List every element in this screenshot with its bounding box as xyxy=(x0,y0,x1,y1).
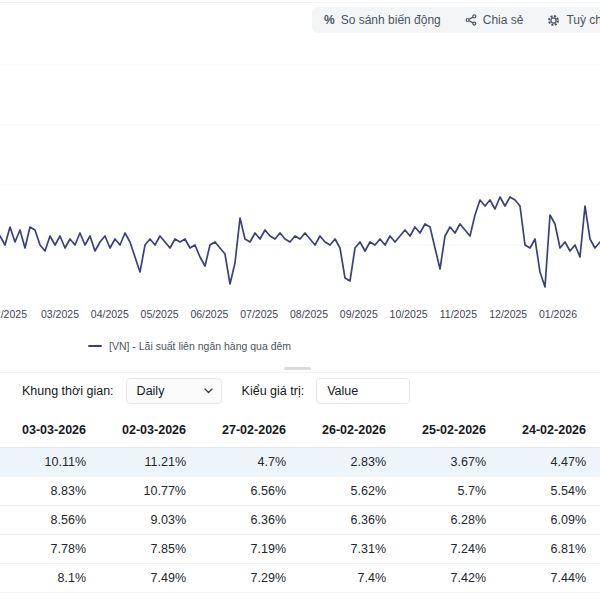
rate-value-cell: 7.31% xyxy=(300,542,400,556)
rate-value-cell: 7.78% xyxy=(0,542,100,556)
chevron-down-icon xyxy=(204,388,213,394)
value-type-label: Kiểu giá trị: xyxy=(242,384,305,398)
rate-value-cell: 9.03% xyxy=(100,513,200,527)
table-row[interactable]: 8.1%7.49%7.29%7.4%7.42%7.44% xyxy=(0,564,600,593)
rate-value-cell: 11.21% xyxy=(100,455,200,469)
interbank-rate-widget: % So sánh biến động Chia sẻ Tuỳ chỉnh xyxy=(0,0,600,600)
table-row[interactable]: 8.56%9.03%6.36%6.36%6.28%6.09% xyxy=(0,506,600,535)
rate-value-cell: 6.56% xyxy=(200,484,300,498)
table-column-header[interactable]: 27-02-2026 xyxy=(200,410,300,447)
resize-handle[interactable] xyxy=(284,367,311,370)
rate-value-cell: 8.83% xyxy=(0,484,100,498)
table-column-header[interactable]: 26-02-2026 xyxy=(300,410,400,447)
timeframe-select[interactable]: Daily xyxy=(126,378,222,404)
table-column-header[interactable]: 24-02-2026 xyxy=(500,410,600,447)
rate-value-cell: 2.83% xyxy=(300,455,400,469)
x-axis-label: 02/2025 xyxy=(0,308,27,320)
rate-value-cell: 10.11% xyxy=(0,455,100,469)
x-axis-label: 08/2025 xyxy=(290,308,328,320)
table-row[interactable]: 10.11%11.21%4.7%2.83%3.67%4.47% xyxy=(0,448,600,477)
rate-value-cell: 7.29% xyxy=(200,571,300,585)
rate-value-cell: 5.54% xyxy=(500,484,600,498)
gridlines xyxy=(0,65,600,245)
rate-value-cell: 7.85% xyxy=(100,542,200,556)
x-axis-label: 11/2025 xyxy=(440,308,477,320)
rate-line-chart[interactable] xyxy=(0,0,600,310)
rate-value-cell: 7.44% xyxy=(500,571,600,585)
x-axis-label: 12/2025 xyxy=(489,308,527,320)
rate-value-cell: 6.28% xyxy=(400,513,500,527)
table-column-header[interactable]: 02-03-2026 xyxy=(100,410,200,447)
x-axis-label: 10/2025 xyxy=(390,308,428,320)
rate-value-cell: 4.47% xyxy=(500,455,600,469)
x-axis-label: 09/2025 xyxy=(340,308,378,320)
rate-value-cell: 4.7% xyxy=(200,455,300,469)
x-axis-label: 04/2025 xyxy=(91,308,129,320)
value-type-input[interactable]: Value xyxy=(316,378,410,404)
rate-value-cell: 7.24% xyxy=(400,542,500,556)
legend-line-icon xyxy=(88,345,102,347)
rate-value-cell: 5.7% xyxy=(400,484,500,498)
x-axis: 02/202503/202504/202505/202506/202507/20… xyxy=(0,308,600,324)
rate-value-cell: 7.42% xyxy=(400,571,500,585)
rate-value-cell: 6.36% xyxy=(200,513,300,527)
rate-value-cell: 8.56% xyxy=(0,513,100,527)
rate-value-cell: 8.1% xyxy=(0,571,100,585)
rate-line-series xyxy=(0,197,600,287)
x-axis-label: 06/2025 xyxy=(190,308,228,320)
timeframe-value: Daily xyxy=(137,384,165,398)
rate-value-cell: 7.19% xyxy=(200,542,300,556)
rates-table: 03-03-202602-03-202627-02-202626-02-2026… xyxy=(0,410,600,593)
rate-value-cell: 6.81% xyxy=(500,542,600,556)
table-header-row: 03-03-202602-03-202627-02-202626-02-2026… xyxy=(0,410,600,448)
timeframe-label: Khung thời gian: xyxy=(22,384,114,398)
x-axis-label: 03/2025 xyxy=(41,308,79,320)
rate-value-cell: 7.49% xyxy=(100,571,200,585)
x-axis-label: 05/2025 xyxy=(141,308,179,320)
legend-label: [VN] - Lãi suất liên ngân hàng qua đêm xyxy=(109,340,291,352)
filter-bar: Khung thời gian: Daily Kiểu giá trị: Val… xyxy=(0,372,600,409)
table-column-header[interactable]: 25-02-2026 xyxy=(400,410,500,447)
chart-legend[interactable]: [VN] - Lãi suất liên ngân hàng qua đêm xyxy=(88,340,291,352)
table-row[interactable]: 8.83%10.77%6.56%5.62%5.7%5.54% xyxy=(0,477,600,506)
table-body: 10.11%11.21%4.7%2.83%3.67%4.47%8.83%10.7… xyxy=(0,448,600,593)
x-axis-label: 01/2026 xyxy=(539,308,577,320)
rate-value-cell: 10.77% xyxy=(100,484,200,498)
rate-value-cell: 3.67% xyxy=(400,455,500,469)
value-type-value: Value xyxy=(327,384,358,398)
table-row[interactable]: 7.78%7.85%7.19%7.31%7.24%6.81% xyxy=(0,535,600,564)
rate-value-cell: 6.36% xyxy=(300,513,400,527)
x-axis-label: 07/2025 xyxy=(240,308,278,320)
rate-value-cell: 6.09% xyxy=(500,513,600,527)
rate-value-cell: 5.62% xyxy=(300,484,400,498)
rate-value-cell: 7.4% xyxy=(300,571,400,585)
table-column-header[interactable]: 03-03-2026 xyxy=(0,410,100,447)
